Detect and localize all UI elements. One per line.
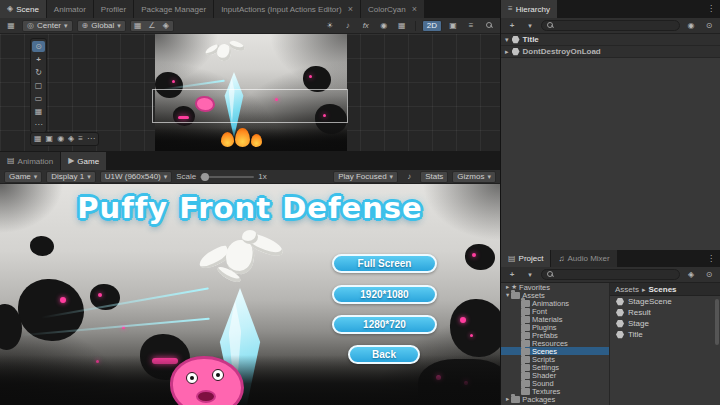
scene-visibility-icon[interactable] [377, 20, 391, 32]
increment-snap-icon[interactable] [145, 20, 159, 32]
breadcrumb-current[interactable]: Scenes [649, 285, 677, 294]
scene-search-button[interactable] [482, 20, 496, 32]
game-target-dropdown[interactable]: Game [4, 171, 42, 183]
tab-animation[interactable]: Animation [0, 152, 61, 170]
scene-header-title[interactable]: Title [501, 34, 720, 46]
overlay-menu-icon[interactable] [464, 20, 478, 32]
play-focused-dropdown[interactable]: Play Focused [333, 171, 398, 183]
tree-item-packages[interactable]: Packages [501, 395, 609, 403]
tab-color-cyan[interactable]: ColorCyan [361, 0, 425, 18]
scene-visibility-icon[interactable] [684, 20, 698, 32]
audio-toggle-icon[interactable] [341, 20, 355, 32]
project-search-input[interactable] [541, 269, 680, 280]
tab-profiler-label: Profiler [101, 5, 126, 14]
close-icon[interactable] [348, 5, 353, 14]
chevron-down-icon[interactable] [523, 20, 537, 32]
asset-result[interactable]: Result [610, 307, 720, 318]
tab-animator[interactable]: Animator [47, 0, 94, 18]
resolution-720-button[interactable]: 1280*720 [332, 315, 437, 334]
camera-overlay-icon[interactable] [46, 135, 54, 143]
scrollbar[interactable] [715, 299, 719, 345]
rotate-tool-icon[interactable] [32, 67, 45, 78]
panel-menu-icon[interactable] [702, 250, 720, 267]
2d-toggle[interactable]: 2D [422, 20, 442, 32]
transform-tool-icon[interactable] [32, 106, 45, 117]
foldout-icon[interactable] [506, 284, 509, 291]
tab-hierarchy[interactable]: Hierarchy [501, 0, 558, 18]
tab-audio-mixer[interactable]: Audio Mixer [551, 250, 617, 267]
resolution-dropdown[interactable]: U1W (960x540) [100, 171, 173, 183]
foldout-icon[interactable] [506, 396, 509, 403]
create-menu-icon[interactable] [505, 269, 519, 281]
filter-type-icon[interactable] [684, 269, 698, 281]
folder-icon [511, 396, 520, 403]
dragon [198, 230, 284, 296]
pivot-dropdown[interactable]: Center [22, 20, 73, 32]
tab-input-actions[interactable]: InputActions (Input Actions Editor) [214, 0, 361, 18]
gizmo-overlay-icon[interactable] [68, 135, 74, 143]
menu-overlay-icon[interactable] [78, 135, 83, 143]
tree-item-scenes[interactable]: Scenes [501, 347, 609, 355]
rect-tool-icon[interactable] [32, 93, 45, 104]
panel-menu-icon[interactable] [702, 0, 720, 18]
project-toolbar [501, 267, 720, 283]
foldout-icon[interactable] [506, 292, 509, 299]
grid-snap-icon[interactable] [131, 20, 145, 32]
view-tool-icon[interactable] [32, 41, 45, 52]
more-tools-icon[interactable] [32, 119, 45, 130]
mute-audio-icon[interactable] [402, 171, 416, 183]
hierarchy-search-input[interactable] [541, 20, 680, 31]
2d-toggle-label: 2D [427, 21, 437, 30]
puffy-eye [186, 372, 198, 384]
scale-slider[interactable] [200, 176, 254, 178]
more-overlay-icon[interactable] [87, 135, 95, 143]
gizmos-dropdown[interactable]: Gizmos [452, 171, 496, 183]
effects-dropdown-icon[interactable] [359, 20, 373, 32]
scene-pickability-icon[interactable] [702, 20, 716, 32]
tree-item-favorites[interactable]: Favorites [501, 283, 609, 291]
tab-scene[interactable]: Scene [0, 0, 47, 18]
tree-item-animations[interactable]: Animations [501, 299, 609, 307]
visibility-overlay-icon[interactable] [57, 135, 64, 143]
project-tabstrip: Project Audio Mixer [501, 250, 720, 267]
tab-project[interactable]: Project [501, 250, 551, 267]
search-icon [486, 22, 493, 29]
display-dropdown[interactable]: Display 1 [46, 171, 95, 183]
asset-stagescene[interactable]: StageScene [610, 296, 720, 307]
scale-tool-icon[interactable] [32, 80, 45, 91]
asset-stage[interactable]: Stage [610, 318, 720, 329]
chevron-down-icon[interactable] [523, 269, 537, 281]
chevron-down-icon [487, 173, 491, 180]
tab-game[interactable]: Game [61, 152, 107, 170]
tree-item-shader[interactable]: Shader [501, 371, 609, 379]
back-button[interactable]: Back [348, 345, 420, 364]
scene-header-dontdestroyonload[interactable]: DontDestroyOnLoad [501, 46, 720, 58]
foldout-icon[interactable] [505, 48, 509, 55]
create-menu-icon[interactable] [505, 20, 519, 32]
resolution-1080-button[interactable]: 1920*1080 [332, 285, 437, 304]
tab-game-label: Game [77, 157, 99, 166]
filter-label-icon[interactable] [702, 269, 716, 281]
tab-profiler[interactable]: Profiler [94, 0, 134, 18]
orientation-label: Global [91, 21, 114, 30]
monster-eye [472, 253, 476, 257]
scene-view[interactable] [0, 34, 500, 152]
fullscreen-button[interactable]: Full Screen [332, 254, 437, 273]
asset-title[interactable]: Title [610, 329, 720, 340]
lighting-toggle-icon[interactable] [323, 20, 337, 32]
tab-package-manager[interactable]: Package Manager [134, 0, 214, 18]
scene-camera-dropdown-icon[interactable] [446, 20, 460, 32]
foldout-icon[interactable] [505, 36, 509, 43]
orientation-dropdown[interactable]: Global [77, 20, 126, 32]
tool-handle-icon[interactable] [4, 20, 18, 32]
vertex-snap-icon[interactable] [159, 20, 173, 32]
tab-audio-mixer-label: Audio Mixer [567, 254, 609, 263]
grid-visibility-icon[interactable] [395, 20, 409, 32]
hierarchy-tab-icon [508, 5, 513, 13]
move-tool-icon[interactable] [32, 54, 45, 65]
scale-slider-thumb[interactable] [201, 173, 209, 181]
stats-button[interactable]: Stats [420, 171, 448, 183]
grid-overlay-icon[interactable] [34, 135, 42, 143]
breadcrumb-root[interactable]: Assets [615, 285, 639, 294]
close-icon[interactable] [412, 5, 417, 14]
